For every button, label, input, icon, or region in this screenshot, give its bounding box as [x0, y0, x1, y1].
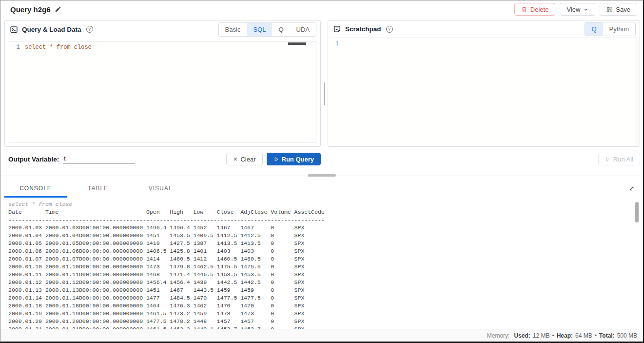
page-title: Query h2g6 [10, 5, 51, 14]
console-row: 2000.01.14 2000.01.14D00:00:00.000000000… [8, 294, 643, 302]
clear-x-icon: ✕ [233, 156, 237, 162]
tab-console[interactable]: CONSOLE [4, 179, 67, 198]
console-row: 2000.01.18 2000.01.18D00:00:00.000000000… [8, 302, 643, 310]
mode-tab-python[interactable]: Python [603, 22, 635, 36]
play-outline-icon [605, 157, 610, 162]
play-icon [273, 157, 279, 162]
query-code-text[interactable]: select * from close [24, 41, 316, 142]
status-bar: Memory: Used: 12 MB • Heap: 64 MB • Tota… [0, 329, 643, 342]
mode-tab-basic[interactable]: Basic [219, 23, 247, 36]
console-header-line: Date Time Open High Low Close AdjClose V… [8, 208, 643, 216]
delete-button-label: Delete [530, 6, 549, 13]
tab-visual[interactable]: VISUAL [129, 179, 192, 198]
query-mode-tabs: Basic SQL Q UDA [218, 22, 316, 37]
bullet-separator: • [595, 332, 597, 339]
mode-tab-q[interactable]: Q [272, 23, 290, 36]
clear-button[interactable]: ✕ Clear [226, 153, 262, 165]
console-row: 2000.01.05 2000.01.05D00:00:00.000000000… [8, 240, 643, 247]
scratchpad-mode-tabs: Q Python [585, 22, 636, 36]
run-query-button[interactable]: Run Query [267, 153, 321, 165]
scratchpad-code-editor[interactable]: 1 [328, 38, 640, 146]
query-code-editor[interactable]: 1 select * from close [9, 41, 316, 142]
mode-tab-uda[interactable]: UDA [290, 23, 316, 36]
bullet-separator: • [552, 332, 554, 339]
editor-scroll-indicator[interactable] [288, 42, 306, 45]
console-row: 2000.01.21 2000.01.21D00:00:00.000000000… [8, 325, 643, 329]
console-row: 2000.01.04 2000.01.04D00:00:00.000000000… [8, 232, 643, 240]
run-query-button-label: Run Query [282, 156, 314, 163]
delete-button[interactable]: Delete [514, 3, 556, 16]
console-row: 2000.01.10 2000.01.10D00:00:00.000000000… [8, 263, 643, 271]
console-row: 2000.01.06 2000.01.06D00:00:00.000000000… [8, 247, 643, 255]
scratchpad-code-text[interactable] [343, 38, 640, 146]
console-output[interactable]: select * from close Date Time Open High … [0, 198, 643, 329]
scratchpad-scrollbar-track[interactable] [635, 38, 640, 146]
view-dropdown-button[interactable]: View [560, 3, 595, 16]
console-row: 2000.01.03 2000.01.03D00:00:00.000000000… [8, 224, 643, 232]
line-number-gutter: 1 [9, 41, 24, 142]
query-help-icon[interactable]: ? [86, 26, 93, 33]
console-row: 2000.01.07 2000.01.07D00:00:00.000000000… [8, 255, 643, 263]
editor-panels: Query & Load Data ? Basic SQL Q UDA 1 se… [0, 20, 643, 147]
memory-total-value: 500 MB [617, 332, 637, 339]
results-tab-bar: CONSOLE TABLE VISUAL [0, 179, 643, 198]
console-row: 2000.01.11 2000.01.11D00:00:00.000000000… [8, 271, 643, 279]
scratchpad-actions: Run All [328, 153, 640, 165]
trash-icon [521, 6, 527, 13]
console-separator-line: ----------------------------------------… [8, 216, 643, 224]
app-window: Query h2g6 Delete View [0, 0, 644, 343]
memory-used-value: 12 MB [533, 332, 550, 339]
console-echo-line: select * from close [8, 201, 643, 208]
clear-button-label: Clear [240, 156, 255, 163]
query-load-data-panel: Query & Load Data ? Basic SQL Q UDA 1 se… [4, 20, 321, 147]
save-icon [606, 6, 613, 13]
memory-heap-label: Heap: [557, 332, 573, 339]
console-row: 2000.01.19 2000.01.19D00:00:00.000000000… [8, 310, 643, 318]
memory-label: Memory: [487, 332, 510, 339]
mode-tab-sql[interactable]: SQL [247, 23, 272, 36]
pencil-icon [55, 6, 61, 13]
vertical-splitter-handle[interactable] [324, 82, 325, 105]
action-rows: Output Variable: ✕ Clear Run Query Run A… [0, 147, 643, 171]
horizontal-splitter-handle[interactable] [308, 174, 336, 177]
console-row: 2000.01.20 2000.01.20D00:00:00.000000000… [8, 318, 643, 325]
output-variable-input[interactable] [63, 154, 135, 164]
mode-tab-scratch-q[interactable]: Q [585, 22, 603, 36]
query-actions: Output Variable: ✕ Clear Run Query [4, 153, 321, 165]
scratchpad-panel: Scratchpad ? Q Python 1 [328, 20, 640, 147]
console-row: 2000.01.13 2000.01.13D00:00:00.000000000… [8, 286, 643, 294]
scratchpad-panel-title: Scratchpad [345, 25, 381, 33]
editor-scroll-gutter [307, 41, 307, 142]
save-button-label: Save [616, 6, 630, 13]
edit-title-button[interactable] [55, 6, 61, 13]
scratchpad-panel-header: Scratchpad ? Q Python [328, 20, 640, 38]
scratchpad-icon [333, 25, 341, 33]
tab-table[interactable]: TABLE [67, 179, 129, 198]
scratchpad-help-icon[interactable]: ? [386, 26, 393, 33]
top-bar: Query h2g6 Delete View [0, 0, 643, 18]
terminal-icon [10, 25, 18, 34]
console-rows: 2000.01.03 2000.01.03D00:00:00.000000000… [8, 224, 643, 329]
memory-total-label: Total: [599, 332, 615, 339]
save-button[interactable]: Save [600, 3, 637, 16]
run-all-button[interactable]: Run All [598, 153, 640, 165]
memory-heap-value: 64 MB [575, 332, 592, 339]
console-scrollbar-thumb[interactable] [635, 202, 639, 222]
expand-results-button[interactable] [628, 185, 635, 192]
query-panel-title: Query & Load Data [22, 26, 81, 33]
chevron-down-icon [583, 7, 588, 12]
query-panel-header: Query & Load Data ? Basic SQL Q UDA [5, 20, 320, 38]
run-all-button-label: Run All [613, 156, 633, 163]
view-button-label: View [566, 6, 580, 13]
memory-used-label: Used: [514, 332, 530, 339]
horizontal-splitter [0, 171, 643, 179]
console-row: 2000.01.12 2000.01.12D00:00:00.000000000… [8, 279, 643, 286]
output-variable-label: Output Variable: [8, 156, 59, 163]
expand-diagonal-icon [628, 185, 635, 192]
line-number-gutter: 1 [328, 38, 343, 146]
